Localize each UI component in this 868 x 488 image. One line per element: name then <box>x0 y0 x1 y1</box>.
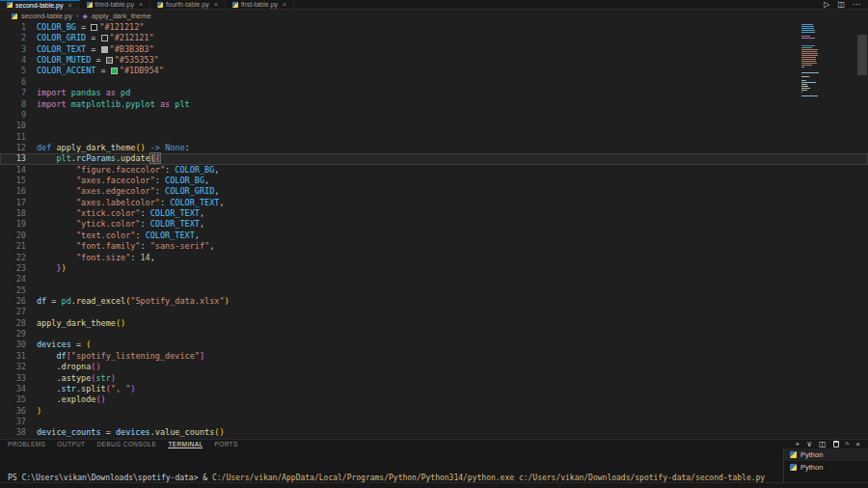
code-line-15[interactable]: 15 "axes.facecolor": COLOR_BG, <box>0 176 868 186</box>
code-text: "ytick.color": COLOR_TEXT, <box>37 219 204 230</box>
breadcrumb-symbol[interactable]: apply_dark_theme <box>92 12 151 20</box>
code-line-37[interactable]: 37 <box>0 417 868 427</box>
line-number: 18 <box>0 208 26 219</box>
code-line-27[interactable]: 27 <box>0 307 868 317</box>
code-line-31[interactable]: 31 df["spotify_listening_device"] <box>0 351 868 362</box>
code-line-21[interactable]: 21 "font.family": "sans-serif", <box>0 241 868 252</box>
split-terminal-icon[interactable]: ◫ <box>819 440 827 448</box>
code-line-23[interactable]: 23 }) <box>0 263 868 274</box>
code-line-8[interactable]: 8import matplotlib.pyplot as plt <box>0 99 868 110</box>
line-number: 5 <box>0 66 26 76</box>
code-line-30[interactable]: 30devices = ( <box>0 339 868 350</box>
code-line-38[interactable]: 38device_counts = devices.value_counts() <box>0 427 868 438</box>
code-line-17[interactable]: 17 "axes.labelcolor": COLOR_TEXT, <box>0 198 868 208</box>
color-swatch[interactable] <box>111 68 118 74</box>
code-text: "text.color": COLOR_TEXT, <box>37 230 200 241</box>
code-line-36[interactable]: 36) <box>0 406 868 417</box>
code-line-18[interactable]: 18 "xtick.color": COLOR_TEXT, <box>0 208 868 219</box>
code-line-26[interactable]: 26df = pd.read_excel("Spotify_data.xlsx"… <box>0 296 868 307</box>
new-terminal-icon[interactable]: + <box>795 440 800 448</box>
line-number: 27 <box>0 307 26 317</box>
minimap[interactable] <box>801 24 855 97</box>
code-text: ) <box>37 406 41 417</box>
line-number: 32 <box>0 362 26 372</box>
code-line-2[interactable]: 2COLOR_GRID = "#212121" <box>0 33 868 43</box>
code-line-22[interactable]: 22 "font.size": 14, <box>0 253 868 263</box>
code-line-34[interactable]: 34 .str.split(", ") <box>0 384 868 394</box>
tab-first-table.py[interactable]: first-table.py× <box>226 0 294 9</box>
code-line-7[interactable]: 7import pandas as pd <box>0 88 868 98</box>
tab-label: third-table.py <box>95 1 134 8</box>
tab-bar: second-table.py×third-table.py×fourth-ta… <box>0 0 868 10</box>
code-line-33[interactable]: 33 .astype(str) <box>0 373 868 384</box>
line-number: 22 <box>0 253 26 263</box>
minimap-line <box>801 88 810 89</box>
code-line-14[interactable]: 14 "figure.facecolor": COLOR_BG, <box>0 165 868 176</box>
panel-tab-problems[interactable]: PROBLEMS <box>8 440 45 448</box>
code-line-9[interactable]: 9 <box>0 110 868 121</box>
code-area: 1COLOR_BG = "#121212"2COLOR_GRID = "#212… <box>0 22 868 439</box>
minimap-line <box>801 67 804 68</box>
color-swatch[interactable] <box>101 35 108 41</box>
code-line-29[interactable]: 29 <box>0 329 868 339</box>
tab-fourth-table.py[interactable]: fourth-table.py× <box>150 0 226 9</box>
code-line-24[interactable]: 24 <box>0 274 868 285</box>
python-file-icon <box>157 2 163 8</box>
code-line-12[interactable]: 12def apply_dark_theme() -> None: <box>0 143 868 153</box>
code-line-16[interactable]: 16 "axes.edgecolor": COLOR_GRID, <box>0 186 868 197</box>
color-swatch[interactable] <box>106 57 113 64</box>
code-text: COLOR_TEXT = "#B3B3B3" <box>37 44 154 55</box>
code-text: "font.family": "sans-serif", <box>37 241 214 252</box>
split-editor-icon[interactable]: ◫ <box>837 0 845 9</box>
close-tab-icon[interactable]: × <box>139 1 143 8</box>
code-line-32[interactable]: 32 .dropna() <box>0 362 868 372</box>
breadcrumb-file[interactable]: second-table.py <box>21 12 72 20</box>
panel-tab-ports[interactable]: PORTS <box>214 440 237 448</box>
maximize-panel-icon[interactable]: ^ <box>846 440 850 448</box>
terminal-dropdown-icon[interactable]: ∨ <box>806 440 812 448</box>
run-python-file-icon[interactable]: ▷ <box>824 0 829 9</box>
code-line-5[interactable]: 5COLOR_ACCENT = "#1DB954" <box>0 66 868 76</box>
tab-label: first-table.py <box>241 1 278 8</box>
minimap-line <box>801 30 815 31</box>
minimap-line <box>801 53 818 54</box>
minimap-line <box>801 65 812 66</box>
code-line-19[interactable]: 19 "ytick.color": COLOR_TEXT, <box>0 219 868 230</box>
code-line-28[interactable]: 28apply_dark_theme() <box>0 318 868 329</box>
panel-tab-terminal[interactable]: TERMINAL <box>168 440 203 448</box>
code-line-25[interactable]: 25 <box>0 285 868 296</box>
minimap-line <box>801 49 818 50</box>
minimap-line <box>801 86 808 87</box>
code-line-6[interactable]: 6 <box>0 77 868 88</box>
minimap-line <box>801 36 810 37</box>
tab-second-table.py[interactable]: second-table.py× <box>0 0 80 9</box>
terminal-instance-python[interactable]: Python <box>784 461 868 474</box>
close-tab-icon[interactable]: × <box>283 1 286 8</box>
more-actions-icon[interactable]: ⋯ <box>853 0 860 9</box>
code-line-11[interactable]: 11 <box>0 132 868 143</box>
close-tab-icon[interactable]: × <box>214 1 218 8</box>
line-number: 1 <box>0 22 26 33</box>
tab-third-table.py[interactable]: third-table.py× <box>80 0 151 9</box>
python-file-icon <box>7 2 13 8</box>
code-line-20[interactable]: 20 "text.color": COLOR_TEXT, <box>0 230 868 241</box>
panel-header: PROBLEMSOUTPUTDEBUG CONSOLETERMINALPORTS… <box>0 440 868 448</box>
code-editor[interactable]: 1COLOR_BG = "#121212"2COLOR_GRID = "#212… <box>0 22 868 439</box>
close-panel-icon[interactable]: × <box>855 440 860 448</box>
line-number: 8 <box>0 99 26 110</box>
close-tab-icon[interactable]: × <box>68 2 71 9</box>
code-line-35[interactable]: 35 .explode() <box>0 394 868 405</box>
code-line-3[interactable]: 3COLOR_TEXT = "#B3B3B3" <box>0 44 868 55</box>
color-swatch[interactable] <box>91 24 97 31</box>
terminal-instance-python[interactable]: Python <box>784 448 868 461</box>
code-line-1[interactable]: 1COLOR_BG = "#121212" <box>0 22 868 33</box>
code-line-10[interactable]: 10 <box>0 121 868 131</box>
code-line-13[interactable]: 13 plt.rcParams.update({ <box>0 153 868 164</box>
status-strip <box>0 482 868 488</box>
code-line-4[interactable]: 4COLOR_MUTED = "#535353" <box>0 55 868 66</box>
color-swatch[interactable] <box>101 46 108 53</box>
panel-tab-debug-console[interactable]: DEBUG CONSOLE <box>96 440 156 448</box>
vertical-scrollbar[interactable] <box>857 35 867 75</box>
kill-terminal-icon[interactable] <box>833 441 839 447</box>
panel-tab-output[interactable]: OUTPUT <box>57 440 85 448</box>
